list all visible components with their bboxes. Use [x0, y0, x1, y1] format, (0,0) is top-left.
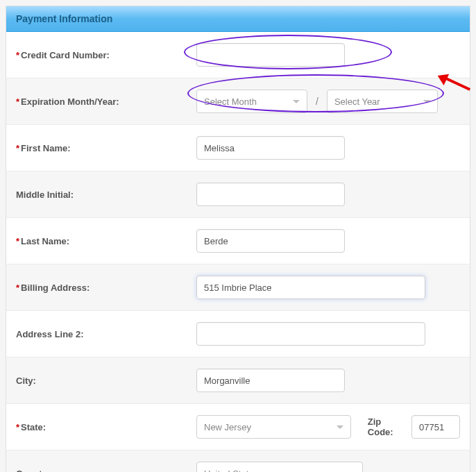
state-value: New Jersey [204, 422, 337, 432]
chevron-down-icon [423, 100, 430, 103]
billing-address-input[interactable] [196, 276, 425, 299]
payment-information-panel: Payment Information *Credit Card Number:… [6, 6, 470, 472]
row-billing-address: *Billing Address: [6, 264, 470, 311]
row-middle-initial: Middle Initial: [6, 171, 470, 218]
row-city: City: [6, 357, 470, 404]
zip-code-input[interactable] [411, 415, 460, 439]
expiration-year-value: Select Year [334, 96, 423, 107]
row-country: Country: United States [6, 450, 470, 472]
expiration-label: *Expiration Month/Year: [16, 96, 196, 107]
country-value: United States [204, 469, 348, 473]
expiration-month-select[interactable]: Select Month [196, 90, 307, 113]
panel-title: Payment Information [16, 13, 112, 24]
required-marker: * [16, 422, 19, 432]
required-marker: * [16, 143, 19, 153]
required-marker: * [16, 96, 19, 107]
city-label: City: [16, 376, 196, 386]
address-line-2-label: Address Line 2: [16, 329, 196, 339]
state-label: *State: [16, 422, 196, 432]
row-credit-card: *Credit Card Number: [6, 32, 470, 78]
expiration-year-select[interactable]: Select Year [327, 90, 438, 113]
first-name-input[interactable] [196, 136, 345, 160]
row-last-name: *Last Name: [6, 218, 470, 264]
required-marker: * [16, 50, 19, 60]
required-marker: * [16, 236, 19, 246]
required-marker: * [16, 283, 19, 293]
row-expiration: *Expiration Month/Year: Select Month / S… [6, 78, 470, 125]
last-name-label: *Last Name: [16, 236, 196, 246]
zip-code-label: Zip Code: [368, 416, 406, 437]
row-state: *State: New Jersey Zip Code: [6, 404, 470, 450]
first-name-label: *First Name: [16, 143, 196, 153]
row-address-line-2: Address Line 2: [6, 311, 470, 357]
expiration-month-value: Select Month [204, 96, 293, 107]
panel-header: Payment Information [6, 6, 470, 32]
country-label: Country: [16, 469, 196, 473]
row-first-name: *First Name: [6, 125, 470, 171]
last-name-input[interactable] [196, 229, 345, 253]
middle-initial-label: Middle Initial: [16, 189, 196, 200]
billing-address-label: *Billing Address: [16, 283, 196, 293]
state-select[interactable]: New Jersey [196, 415, 351, 439]
city-input[interactable] [196, 369, 345, 392]
middle-initial-input[interactable] [196, 183, 345, 206]
address-line-2-input[interactable] [196, 322, 425, 346]
credit-card-label: *Credit Card Number: [16, 50, 196, 60]
chevron-down-icon [337, 425, 343, 429]
chevron-down-icon [293, 100, 300, 103]
credit-card-input[interactable] [196, 43, 345, 67]
expiration-separator: / [313, 96, 321, 107]
country-select[interactable]: United States [196, 462, 363, 472]
